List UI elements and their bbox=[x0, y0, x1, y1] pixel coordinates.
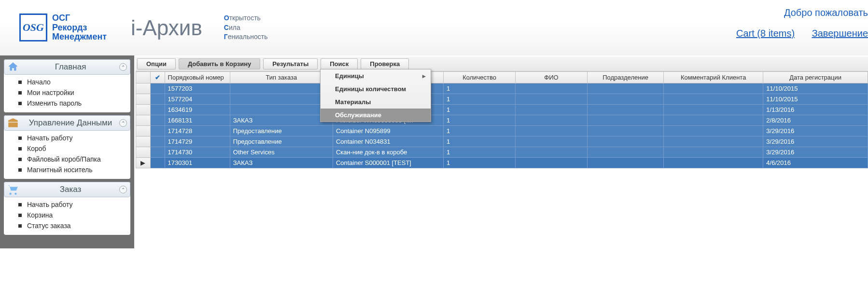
cell-dept[interactable] bbox=[587, 136, 663, 147]
cell-type[interactable]: ЗАКАЗ bbox=[230, 158, 333, 168]
cell-qty[interactable]: 1 bbox=[444, 126, 516, 136]
col-dept-header[interactable]: Подразделение bbox=[587, 72, 663, 83]
cell-dept[interactable] bbox=[587, 115, 663, 126]
cell-fio[interactable] bbox=[516, 147, 588, 158]
cell-type[interactable]: Other Services bbox=[230, 147, 333, 158]
col-type-header[interactable]: Тип заказа bbox=[230, 72, 333, 83]
sidebar-item[interactable]: Корзина bbox=[18, 210, 126, 220]
cell-regdate[interactable]: 11/10/2015 bbox=[763, 94, 868, 105]
row-checkbox-cell[interactable] bbox=[150, 94, 165, 105]
cell-order[interactable]: 1668131 bbox=[165, 115, 230, 126]
cell-details[interactable]: Container S000001 [TEST] bbox=[333, 158, 443, 168]
cell-regdate[interactable]: 4/6/2016 bbox=[763, 158, 868, 168]
cell-regdate[interactable]: 11/10/2015 bbox=[763, 83, 868, 94]
table-row[interactable]: ▶1730301ЗАКАЗContainer S000001 [TEST]14/… bbox=[136, 158, 868, 168]
col-qty-header[interactable]: Количество bbox=[444, 72, 516, 83]
cell-type[interactable]: ЗАКАЗ bbox=[230, 115, 333, 126]
cell-fio[interactable] bbox=[516, 136, 588, 147]
cell-type[interactable] bbox=[230, 94, 333, 105]
cell-order[interactable]: 1714728 bbox=[165, 126, 230, 136]
check-all-header[interactable]: ✔ bbox=[150, 72, 165, 83]
cell-dept[interactable] bbox=[587, 105, 663, 115]
cell-type[interactable] bbox=[230, 105, 333, 115]
cell-qty[interactable]: 1 bbox=[444, 158, 516, 168]
results-button[interactable]: Результаты bbox=[263, 58, 318, 69]
dropdown-item[interactable]: Единицы количеством bbox=[321, 82, 431, 95]
cell-fio[interactable] bbox=[516, 158, 588, 168]
row-checkbox-cell[interactable] bbox=[150, 105, 165, 115]
row-checkbox-cell[interactable] bbox=[150, 83, 165, 94]
sidebar-item[interactable]: Статус заказа bbox=[18, 220, 126, 231]
cell-order[interactable]: 1730301 bbox=[165, 158, 230, 168]
table-row[interactable]: 1714729ПредоставлениеContainer N03483113… bbox=[136, 136, 868, 147]
cell-dept[interactable] bbox=[587, 83, 663, 94]
cell-dept[interactable] bbox=[587, 147, 663, 158]
cell-order[interactable]: 1634619 bbox=[165, 105, 230, 115]
row-checkbox-cell[interactable] bbox=[150, 147, 165, 158]
sidebar-item[interactable]: Магнитный носитель bbox=[18, 164, 126, 175]
panel-header[interactable]: Заказ⌃ bbox=[4, 182, 130, 197]
cell-regdate[interactable]: 2/8/2016 bbox=[763, 115, 868, 126]
cell-type[interactable]: Предоставление bbox=[230, 126, 333, 136]
sidebar-item[interactable]: Начать работу bbox=[18, 199, 126, 210]
cell-fio[interactable] bbox=[516, 94, 588, 105]
sidebar-item[interactable]: Файловый короб/Папка bbox=[18, 154, 126, 164]
sidebar-item[interactable]: Короб bbox=[18, 143, 126, 154]
cell-comment[interactable] bbox=[664, 105, 763, 115]
cell-order[interactable]: 1714729 bbox=[165, 136, 230, 147]
cell-details[interactable]: Скан-ние док-в в коробе bbox=[333, 147, 443, 158]
cell-regdate[interactable]: 3/29/2016 bbox=[763, 136, 868, 147]
options-button[interactable]: Опции bbox=[137, 58, 176, 69]
row-checkbox-cell[interactable] bbox=[150, 158, 165, 168]
cell-comment[interactable] bbox=[664, 136, 763, 147]
cell-type[interactable]: Предоставление bbox=[230, 136, 333, 147]
row-indicator[interactable] bbox=[136, 94, 151, 105]
cell-dept[interactable] bbox=[587, 94, 663, 105]
table-row[interactable]: 1577203Container TEST012 (Per...111/10/2… bbox=[136, 83, 868, 94]
collapse-icon[interactable]: ⌃ bbox=[119, 186, 127, 193]
cell-dept[interactable] bbox=[587, 158, 663, 168]
cell-type[interactable] bbox=[230, 83, 333, 94]
table-row[interactable]: 1714728ПредоставлениеContainer N09589913… bbox=[136, 126, 868, 136]
cell-regdate[interactable]: 3/29/2016 bbox=[763, 126, 868, 136]
cell-order[interactable]: 1577203 bbox=[165, 83, 230, 94]
cell-comment[interactable] bbox=[664, 83, 763, 94]
check-button[interactable]: Проверка bbox=[361, 58, 409, 69]
row-indicator[interactable] bbox=[136, 115, 151, 126]
dropdown-item[interactable]: Единицы bbox=[321, 69, 431, 82]
cell-qty[interactable]: 1 bbox=[444, 83, 516, 94]
collapse-icon[interactable]: ⌃ bbox=[119, 63, 127, 71]
cell-qty[interactable]: 1 bbox=[444, 147, 516, 158]
cell-qty[interactable]: 1 bbox=[444, 94, 516, 105]
row-indicator[interactable] bbox=[136, 83, 151, 94]
col-comment-header[interactable]: Комментарий Клиента bbox=[664, 72, 763, 83]
cell-qty[interactable]: 1 bbox=[444, 115, 516, 126]
row-indicator[interactable]: ▶ bbox=[136, 158, 151, 168]
cell-comment[interactable] bbox=[664, 94, 763, 105]
row-checkbox-cell[interactable] bbox=[150, 136, 165, 147]
row-indicator[interactable] bbox=[136, 126, 151, 136]
row-checkbox-cell[interactable] bbox=[150, 115, 165, 126]
cell-fio[interactable] bbox=[516, 83, 588, 94]
cell-order[interactable]: 1577204 bbox=[165, 94, 230, 105]
cell-details[interactable]: Container N034831 bbox=[333, 136, 443, 147]
cell-qty[interactable]: 1 bbox=[444, 105, 516, 115]
row-indicator[interactable] bbox=[136, 105, 151, 115]
table-row[interactable]: 1577204Container WEB1165 (Per...111/10/2… bbox=[136, 94, 868, 105]
col-regdate-header[interactable]: Дата регистрации bbox=[763, 72, 868, 83]
add-to-cart-button[interactable]: Добавить в Корзину bbox=[179, 58, 260, 69]
cell-details[interactable]: Container N095899 bbox=[333, 126, 443, 136]
cell-qty[interactable]: 1 bbox=[444, 136, 516, 147]
cell-comment[interactable] bbox=[664, 126, 763, 136]
cell-fio[interactable] bbox=[516, 115, 588, 126]
cell-fio[interactable] bbox=[516, 126, 588, 136]
col-order-header[interactable]: Порядковый номер bbox=[165, 72, 230, 83]
col-fio-header[interactable]: ФИО bbox=[516, 72, 588, 83]
row-indicator[interactable] bbox=[136, 136, 151, 147]
cell-comment[interactable] bbox=[664, 158, 763, 168]
cart-link[interactable]: Cart (8 items) bbox=[736, 28, 795, 39]
collapse-icon[interactable]: ⌃ bbox=[119, 119, 127, 127]
dropdown-item[interactable]: Обслуживание bbox=[321, 109, 431, 122]
cell-comment[interactable] bbox=[664, 115, 763, 126]
table-row[interactable]: 1714730Other ServicesСкан-ние док-в в ко… bbox=[136, 147, 868, 158]
